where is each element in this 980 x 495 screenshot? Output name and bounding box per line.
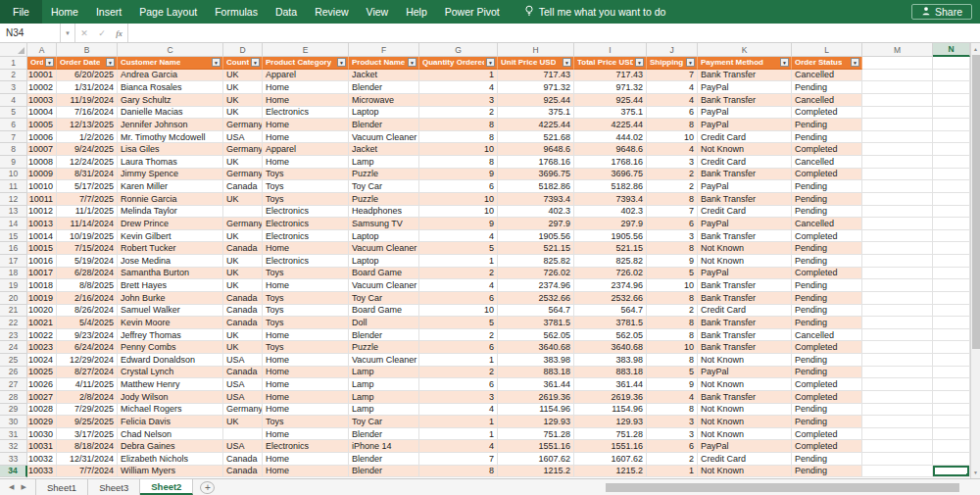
table-header-cell[interactable]: Customer Name▼ (118, 57, 223, 70)
cell[interactable]: Blender (349, 428, 419, 441)
column-header-F[interactable]: F (349, 43, 419, 57)
cell[interactable] (933, 416, 970, 428)
cell[interactable]: Pending (792, 466, 862, 478)
cell[interactable]: Laptop (349, 107, 419, 120)
cell[interactable]: Not Known (698, 255, 792, 268)
cell[interactable]: 4 (419, 81, 498, 94)
cell[interactable]: 8 (647, 404, 698, 417)
cell[interactable]: 1 (419, 428, 498, 441)
cell[interactable] (933, 119, 970, 131)
sheet-nav-left-icon[interactable]: ◀ (9, 483, 14, 491)
cell[interactable]: 444.02 (574, 131, 647, 144)
cell[interactable] (933, 107, 970, 120)
cell[interactable]: Felicia Davis (118, 416, 223, 428)
cell[interactable]: 8/18/2024 (57, 440, 118, 453)
cell[interactable]: 10026 (27, 378, 57, 391)
cell[interactable]: Pending (792, 317, 862, 329)
cell[interactable]: 375.1 (574, 107, 647, 120)
cell[interactable]: 9 (419, 169, 498, 181)
cell[interactable]: Chad Nelson (118, 428, 223, 441)
cell[interactable]: Laptop (349, 230, 419, 243)
cell[interactable] (933, 305, 970, 318)
row-header-25[interactable]: 25 (0, 354, 27, 367)
cell[interactable]: 1905.56 (574, 230, 647, 243)
cell[interactable]: 1 (419, 354, 498, 367)
cell[interactable]: 2/8/2024 (57, 391, 118, 404)
filter-dropdown-icon[interactable]: ▼ (486, 58, 495, 67)
cell[interactable]: 10028 (27, 404, 57, 417)
cell[interactable]: 521.15 (498, 242, 574, 255)
cell[interactable]: Toy Car (349, 292, 419, 305)
cell[interactable]: Mr. Timothy Mcdowell (118, 131, 223, 144)
row-header-9[interactable]: 9 (0, 156, 27, 169)
cell[interactable] (933, 453, 970, 466)
cell[interactable] (933, 317, 970, 329)
row-header-32[interactable]: 32 (0, 440, 27, 453)
cell[interactable]: 8 (647, 329, 698, 342)
cell[interactable]: Lamp (349, 156, 419, 169)
cell[interactable]: 883.18 (574, 367, 647, 379)
cell[interactable]: 726.02 (498, 268, 574, 280)
cell[interactable]: Karen Miller (118, 180, 223, 193)
table-header-cell[interactable]: Shipping Days▼ (647, 57, 698, 70)
cell[interactable]: 8/31/2024 (57, 169, 118, 181)
cell[interactable] (933, 143, 970, 156)
cell[interactable]: 9 (647, 255, 698, 268)
cell[interactable]: Completed (792, 428, 862, 441)
cell[interactable]: Toys (263, 416, 349, 428)
cell[interactable]: 10 (419, 193, 498, 206)
cancel-icon[interactable]: ✕ (75, 24, 93, 42)
cell[interactable] (862, 391, 933, 404)
cell[interactable] (933, 440, 970, 453)
sheet-tab-sheet3[interactable]: Sheet3 (88, 479, 140, 495)
cell[interactable]: 564.7 (574, 305, 647, 318)
cell[interactable]: Jacket (349, 143, 419, 156)
cell[interactable] (862, 440, 933, 453)
cell[interactable]: William Myers (118, 466, 223, 478)
filter-dropdown-icon[interactable]: ▼ (212, 58, 220, 67)
cell[interactable]: Pending (792, 193, 862, 206)
cell[interactable]: 2 (647, 169, 698, 181)
cell[interactable]: PayPal (698, 367, 792, 379)
row-header-17[interactable]: 17 (0, 255, 27, 268)
cell[interactable]: 4225.44 (574, 119, 647, 131)
cell[interactable]: Toys (263, 292, 349, 305)
cell[interactable]: 1154.96 (498, 404, 574, 417)
cell[interactable] (862, 242, 933, 255)
cell[interactable]: 7 (647, 70, 698, 82)
cell[interactable]: Bank Transfer (698, 230, 792, 243)
cell[interactable]: Bianca Rosales (118, 81, 223, 94)
cell[interactable]: 10001 (27, 70, 57, 82)
cell[interactable]: 5 (419, 242, 498, 255)
row-header-29[interactable]: 29 (0, 404, 27, 417)
cell[interactable]: 8/8/2025 (57, 279, 118, 292)
cell[interactable]: 2 (647, 180, 698, 193)
new-sheet-button[interactable]: + (200, 481, 215, 494)
cell[interactable]: Pending (792, 354, 862, 367)
cell[interactable]: 4 (647, 391, 698, 404)
cell[interactable]: 717.43 (574, 70, 647, 82)
cell[interactable] (933, 354, 970, 367)
cell[interactable]: Apparel (263, 143, 349, 156)
ribbon-tab-formulas[interactable]: Formulas (206, 0, 267, 24)
cell[interactable] (862, 428, 933, 441)
cell[interactable]: 521.15 (574, 242, 647, 255)
cell[interactable]: Kevin Gilbert (118, 230, 223, 243)
cell[interactable]: Pending (792, 367, 862, 379)
cell[interactable]: Not Known (698, 143, 792, 156)
column-header-H[interactable]: H (498, 43, 574, 57)
cell[interactable]: Jose Medina (118, 255, 223, 268)
cell[interactable]: 2619.36 (574, 391, 647, 404)
cell[interactable]: 10020 (27, 305, 57, 318)
cell[interactable] (862, 341, 933, 354)
cell[interactable]: Vacuum Cleaner (349, 279, 419, 292)
cell[interactable]: Pending (792, 404, 862, 417)
cell[interactable]: 2532.66 (498, 292, 574, 305)
cell[interactable]: 12/24/2025 (57, 156, 118, 169)
cell[interactable]: Bank Transfer (698, 70, 792, 82)
cell[interactable]: Canada (223, 242, 263, 255)
cell[interactable]: 2532.66 (574, 292, 647, 305)
cell[interactable]: Blender (349, 119, 419, 131)
cell[interactable]: 1 (419, 416, 498, 428)
cell[interactable]: 1/2/2026 (57, 131, 118, 144)
